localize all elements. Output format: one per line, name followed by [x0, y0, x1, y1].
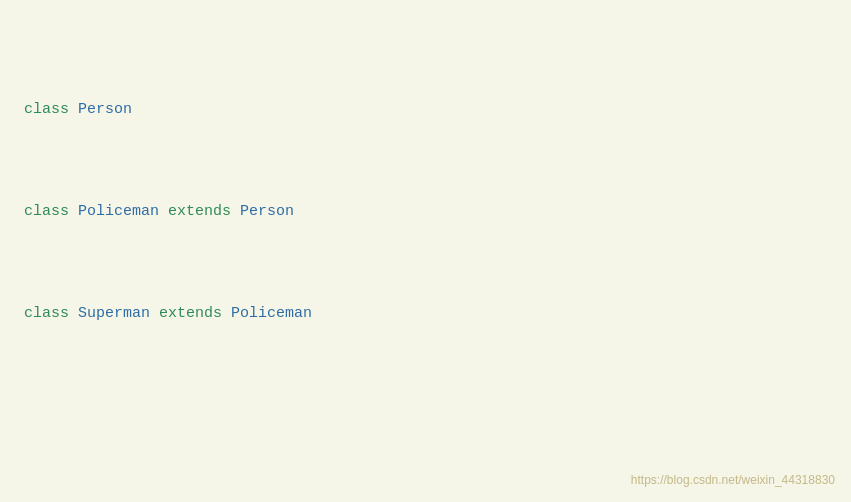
text-7 [222, 305, 231, 322]
keyword-class-2: class [24, 203, 69, 220]
keyword-extends-1: extends [168, 203, 231, 220]
text-5 [69, 305, 78, 322]
classname-policeman-2: Policeman [231, 305, 312, 322]
text-2 [69, 203, 78, 220]
keyword-extends-2: extends [159, 305, 222, 322]
line-4-empty [24, 403, 827, 429]
keyword-class-3: class [24, 305, 69, 322]
watermark: https://blog.csdn.net/weixin_44318830 [631, 470, 835, 490]
code-block: class Person class Policeman extends Per… [24, 20, 827, 502]
keyword-class-1: class [24, 101, 69, 118]
code-container: class Person class Policeman extends Per… [0, 0, 851, 502]
text-4 [231, 203, 240, 220]
line-1: class Person [24, 97, 827, 123]
classname-person: Person [78, 101, 132, 118]
line-2: class Policeman extends Person [24, 199, 827, 225]
text-1 [69, 101, 78, 118]
classname-superman: Superman [78, 305, 150, 322]
text-3 [159, 203, 168, 220]
classname-person-2: Person [240, 203, 294, 220]
text-6 [150, 305, 159, 322]
line-3: class Superman extends Policeman [24, 301, 827, 327]
classname-policeman: Policeman [78, 203, 159, 220]
